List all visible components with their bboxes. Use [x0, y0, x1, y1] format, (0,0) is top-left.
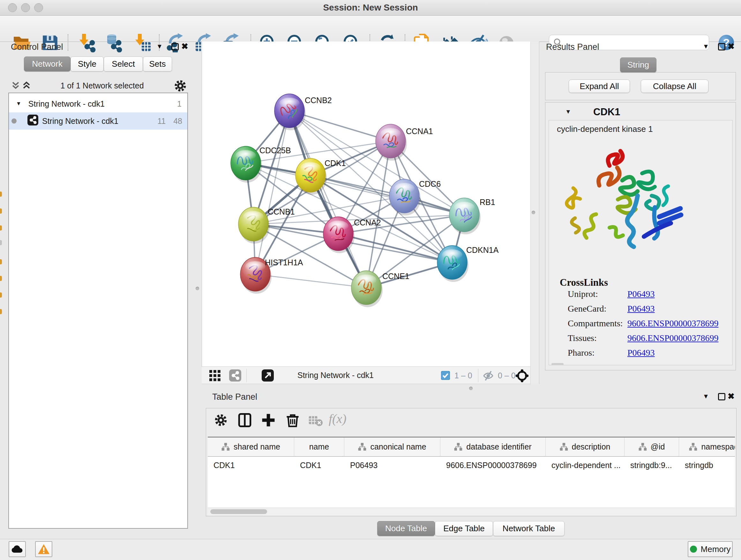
panel-menu-icon[interactable]: ▼ [703, 393, 709, 400]
results-hscroll-thumb[interactable] [551, 363, 563, 365]
dock-icon-sliver [0, 293, 2, 298]
column-header[interactable]: name [294, 437, 344, 456]
panel-float-icon[interactable] [718, 43, 725, 51]
panel-menu-icon[interactable]: ▼ [156, 43, 163, 50]
protein-structure-image [562, 138, 686, 258]
network-options-gear-icon[interactable] [174, 79, 187, 94]
import-table-file-button[interactable] [133, 33, 152, 52]
network-canvas[interactable]: CCNB2CCNA1CDC25BCDK1CDC6RB1CCNB1CCNA2CDK… [202, 42, 531, 367]
gene-collapse-icon[interactable]: ▼ [565, 108, 571, 115]
column-header[interactable]: @id [624, 437, 679, 456]
crosslink-uniprot-link[interactable]: P06493 [627, 289, 655, 299]
expand-all-button[interactable]: Expand All [569, 79, 630, 93]
shared-column-icon [358, 443, 366, 451]
window-title: Session: New Session [0, 3, 741, 13]
dock-icon-sliver [0, 226, 2, 231]
cytoscape-window: Session: New Session [0, 0, 741, 560]
node-table: shared namenamecanonical namedatabase id… [208, 437, 735, 508]
cell-namespace[interactable]: stringdb [679, 456, 735, 474]
delete-column-icon[interactable] [284, 411, 301, 429]
gene-section-box: ▼ CDK1 cyclin-dependent kinase 1 [545, 102, 736, 370]
cell-id[interactable]: stringdb:9... [624, 456, 679, 474]
panel-close-icon[interactable]: ✖ [728, 42, 735, 51]
string-network-icon [27, 115, 38, 127]
panel-close-icon[interactable]: ✖ [181, 42, 188, 51]
panel-float-icon[interactable] [718, 393, 725, 400]
crosslink-genecard-link[interactable]: P06493 [627, 304, 655, 314]
crosslink-pharos-link[interactable]: P06493 [627, 348, 655, 358]
tab-sets[interactable]: Sets [143, 57, 172, 71]
table-options-gear-icon[interactable] [212, 411, 230, 429]
dock-icon-sliver [0, 276, 2, 281]
table-header-row: shared namenamecanonical namedatabase id… [208, 437, 735, 456]
tab-select[interactable]: Select [104, 57, 143, 71]
gene-name: CDK1 [593, 106, 620, 118]
splitter-handle[interactable] [532, 211, 535, 214]
cell-shared-name[interactable]: CDK1 [208, 456, 294, 474]
tab-string[interactable]: String [620, 57, 657, 72]
collapse-all-button[interactable]: Collapse All [641, 79, 709, 93]
collection-expand-icon[interactable]: ▼ [16, 101, 21, 107]
gene-details-box: cyclin-dependent kinase 1 [549, 120, 733, 365]
cloud-status-button[interactable] [9, 541, 26, 557]
column-header[interactable]: description [546, 437, 624, 456]
node-count: 11 [157, 117, 165, 126]
network-thumbnail-icon[interactable] [229, 369, 241, 383]
birds-eye-view-icon[interactable] [515, 369, 529, 384]
shared-column-icon [689, 443, 697, 451]
toolbar-separator [246, 369, 247, 382]
network-view-title: String Network - cdk1 [297, 371, 374, 380]
selected-checkbox-icon[interactable] [441, 371, 450, 381]
cell-description[interactable]: cyclin-dependent ... [546, 456, 624, 474]
detach-view-icon[interactable] [262, 369, 274, 383]
main-toolbar: ? [0, 16, 741, 42]
table-hscrollbar[interactable] [208, 508, 735, 516]
toolbar-separator [478, 369, 478, 382]
network-view-toolbar: String Network - cdk1 1 – 0 0 – 0 [202, 367, 530, 384]
column-header[interactable]: canonical name [344, 437, 441, 456]
cell-database-identifier[interactable]: 9606.ENSP00000378699 [441, 456, 546, 474]
crosslink-compartments-link[interactable]: 9606.ENSP00000378699 [627, 318, 718, 328]
shared-column-icon [221, 443, 230, 451]
warnings-button[interactable] [35, 541, 52, 557]
network-collection-row[interactable]: ▼ String Network - cdk1 1 [9, 95, 187, 112]
gene-description: cyclin-dependent kinase 1 [557, 124, 653, 134]
column-header[interactable]: shared name [208, 437, 294, 456]
grid-view-icon[interactable] [209, 370, 221, 383]
tab-network-table[interactable]: Network Table [493, 521, 564, 536]
table-row[interactable]: CDK1CDK1P064939606.ENSP00000378699cyclin… [208, 456, 735, 474]
dock-icon-sliver [0, 192, 2, 197]
svg-text:CCNA2: CCNA2 [354, 218, 381, 227]
crosslink-label: Pharos: [568, 348, 595, 358]
panel-menu-icon[interactable]: ▼ [703, 43, 709, 50]
collapse-all-networks-icon[interactable] [11, 80, 20, 92]
splitter-handle[interactable] [469, 387, 473, 390]
splitter-handle[interactable] [196, 287, 199, 290]
panel-float-icon[interactable] [172, 43, 179, 51]
svg-text:CCNA1: CCNA1 [406, 127, 433, 136]
svg-text:CDC25B: CDC25B [259, 146, 291, 155]
network-row[interactable]: String Network - cdk1 11 48 [9, 112, 187, 130]
panel-close-icon[interactable]: ✖ [728, 391, 735, 401]
tab-network[interactable]: Network [24, 57, 71, 71]
control-panel-title: Control Panel [11, 42, 63, 52]
svg-text:CDC6: CDC6 [419, 179, 441, 188]
current-network-dot-icon [11, 118, 17, 124]
crosslink-tissues-link[interactable]: 9606.ENSP00000378699 [627, 333, 718, 343]
network-label: String Network - cdk1 [42, 117, 118, 126]
tab-node-table[interactable]: Node Table [377, 521, 435, 536]
import-network-database-button[interactable] [104, 33, 123, 52]
import-network-file-button[interactable] [77, 33, 96, 52]
expand-all-networks-icon[interactable] [22, 80, 31, 92]
tab-edge-table[interactable]: Edge Table [435, 521, 493, 536]
add-column-icon[interactable] [259, 411, 277, 429]
column-header[interactable]: namespace [679, 437, 735, 456]
cell-name[interactable]: CDK1 [294, 456, 344, 474]
tab-style[interactable]: Style [71, 57, 104, 71]
memory-button[interactable]: Memory [688, 541, 733, 557]
cell-canonical-name[interactable]: P06493 [344, 456, 441, 474]
status-bar: Memory [0, 539, 741, 560]
column-header[interactable]: database identifier [441, 437, 546, 456]
show-columns-icon[interactable] [236, 411, 254, 429]
hscrollbar-thumb[interactable] [210, 509, 267, 514]
